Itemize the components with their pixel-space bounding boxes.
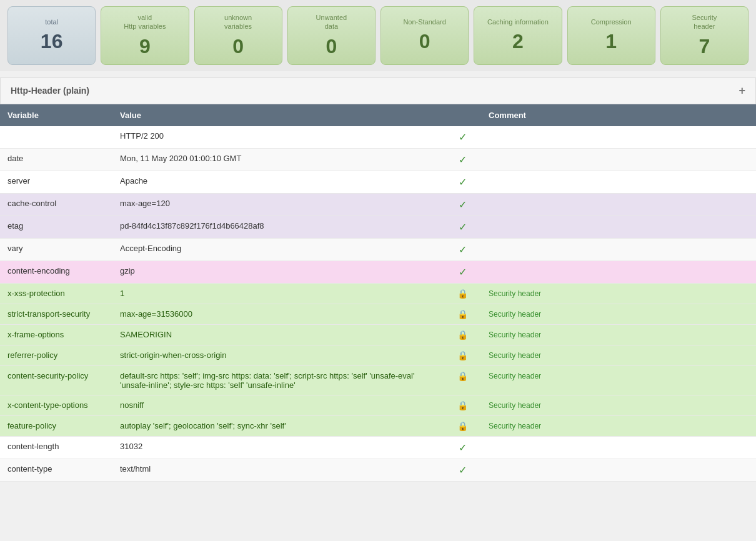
card-security: Securityheader 7 [660, 6, 749, 65]
table-row: etag pd-84fd4c13f87c892f176f1d4b66428af8… [0, 216, 756, 238]
check-icon: ✓ [459, 199, 467, 210]
comment-text: Security header [489, 351, 541, 360]
cell-comment: Security header [481, 345, 756, 365]
lock-icon: 🔒 [457, 400, 468, 410]
expand-button[interactable]: + [739, 84, 745, 97]
cell-comment: Security header [481, 304, 756, 324]
lock-icon: 🔒 [457, 421, 468, 431]
lock-icon: 🔒 [457, 371, 468, 381]
comment-text: Security header [489, 330, 541, 339]
col-header-comment: Comment [481, 104, 756, 126]
check-icon: ✓ [459, 132, 467, 142]
lock-icon: 🔒 [457, 309, 468, 319]
card-label-nonstandard: Non-Standard [403, 17, 446, 26]
cell-value: HTTP/2 200 [112, 126, 444, 149]
comment-text: Security header [489, 310, 541, 319]
check-icon: ✓ [459, 244, 467, 255]
comment-text: Security header [489, 401, 541, 410]
cell-comment [481, 216, 756, 238]
cell-value: SAMEORIGIN [112, 324, 444, 345]
lock-icon: 🔒 [457, 289, 468, 299]
cell-icon: ✓ [444, 459, 481, 481]
card-label-security: Securityheader [692, 13, 717, 31]
card-label-total: total [45, 17, 58, 26]
cell-icon: ✓ [444, 216, 481, 238]
cell-icon: 🔒 [444, 324, 481, 345]
cell-value: autoplay 'self'; geolocation 'self'; syn… [112, 415, 444, 436]
cell-comment [481, 238, 756, 261]
cell-icon: ✓ [444, 436, 481, 459]
cell-icon: 🔒 [444, 395, 481, 415]
cell-variable: content-length [0, 436, 112, 459]
cell-variable: vary [0, 238, 112, 261]
cell-value: 31032 [112, 436, 444, 459]
table-row: x-xss-protection 1 🔒 Security header [0, 283, 756, 304]
check-icon: ✓ [459, 177, 467, 187]
card-value-unknown: 0 [232, 35, 244, 58]
table-row: server Apache ✓ [0, 171, 756, 193]
cell-value: text/html [112, 459, 444, 481]
cell-value: nosniff [112, 395, 444, 415]
table-row: feature-policy autoplay 'self'; geolocat… [0, 415, 756, 436]
cell-icon: ✓ [444, 193, 481, 216]
cell-variable: etag [0, 216, 112, 238]
cell-comment: Security header [481, 395, 756, 415]
cell-variable: date [0, 148, 112, 171]
cell-variable: x-xss-protection [0, 283, 112, 304]
http-header-table: Variable Value Comment HTTP/2 200 ✓ date… [0, 104, 756, 482]
cell-icon: 🔒 [444, 304, 481, 324]
cell-comment [481, 171, 756, 193]
check-icon: ✓ [459, 267, 467, 277]
cell-icon: ✓ [444, 171, 481, 193]
table-row: x-content-type-options nosniff 🔒 Securit… [0, 395, 756, 415]
cell-icon: ✓ [444, 261, 481, 283]
card-label-unwanted: Unwanteddata [316, 13, 347, 31]
card-caching: Caching information 2 [474, 6, 562, 65]
cell-value: strict-origin-when-cross-origin [112, 345, 444, 365]
card-value-valid-http: 9 [139, 35, 151, 58]
comment-text: Security header [489, 422, 541, 430]
check-icon: ✓ [459, 222, 467, 232]
cell-variable: x-content-type-options [0, 395, 112, 415]
cell-comment [481, 148, 756, 171]
col-header-variable: Variable [0, 104, 112, 126]
cell-icon: ✓ [444, 148, 481, 171]
table-row: content-security-policy default-src http… [0, 365, 756, 395]
check-icon: ✓ [459, 442, 467, 453]
cell-comment [481, 459, 756, 481]
table-row: vary Accept-Encoding ✓ [0, 238, 756, 261]
table-row: strict-transport-security max-age=315360… [0, 304, 756, 324]
cell-icon: 🔒 [444, 415, 481, 436]
col-header-value: Value [112, 104, 444, 126]
card-valid-http: validHttp variables 9 [101, 6, 189, 65]
cell-value: gzip [112, 261, 444, 283]
card-label-valid-http: validHttp variables [124, 13, 166, 31]
cell-icon: ✓ [444, 126, 481, 149]
cell-comment [481, 436, 756, 459]
table-row: referrer-policy strict-origin-when-cross… [0, 345, 756, 365]
table-header-row: Variable Value Comment [0, 104, 756, 126]
card-unknown: unknownvariables 0 [194, 6, 282, 65]
cell-comment [481, 126, 756, 149]
cell-variable [0, 126, 112, 149]
card-label-compression: Compression [591, 17, 632, 26]
check-icon: ✓ [459, 465, 467, 475]
table-row: content-length 31032 ✓ [0, 436, 756, 459]
cell-variable: content-security-policy [0, 365, 112, 395]
cell-comment: Security header [481, 415, 756, 436]
section-title: Http-Header (plain) [11, 86, 89, 96]
cell-value: Accept-Encoding [112, 238, 444, 261]
comment-text: Security header [489, 372, 541, 380]
summary-bar: total 16 validHttp variables 9 unknownva… [0, 0, 756, 71]
cell-variable: content-type [0, 459, 112, 481]
card-label-unknown: unknownvariables [224, 13, 252, 31]
table-container: Variable Value Comment HTTP/2 200 ✓ date… [0, 104, 756, 488]
lock-icon: 🔒 [457, 330, 468, 340]
table-row: content-type text/html ✓ [0, 459, 756, 481]
cell-value: Apache [112, 171, 444, 193]
cell-value: pd-84fd4c13f87c892f176f1d4b66428af8 [112, 216, 444, 238]
cell-variable: strict-transport-security [0, 304, 112, 324]
comment-text: Security header [489, 289, 541, 298]
card-nonstandard: Non-Standard 0 [380, 6, 469, 65]
table-row: x-frame-options SAMEORIGIN 🔒 Security he… [0, 324, 756, 345]
